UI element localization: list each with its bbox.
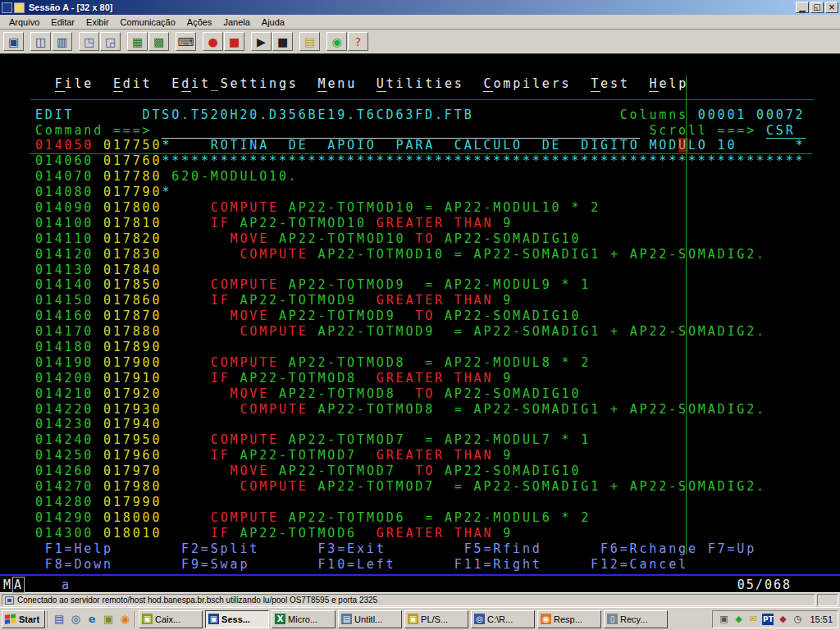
task-button-c-r[interactable]: ◎C:\R...: [471, 610, 535, 628]
menu-item-janela[interactable]: Janela: [217, 16, 255, 29]
toolbar-button-keypad-icon[interactable]: ⌨: [176, 32, 196, 51]
pls-app-icon: ▣: [408, 614, 418, 624]
task-button-resp[interactable]: ◉Resp...: [537, 610, 601, 628]
quick-launch-hod-icon[interactable]: ▣: [101, 612, 116, 627]
status-bar: Conectado ao servidor remoto/host hod.ba…: [0, 592, 840, 607]
task-button-recy[interactable]: ▯Recy...: [604, 610, 668, 628]
agent-icon[interactable]: ◆: [733, 614, 744, 625]
toolbar-button-color-setup-icon[interactable]: ▦: [127, 32, 148, 51]
terminal-row: [25, 61, 840, 76]
terminal-row: 014230 017940: [25, 417, 840, 432]
record-stop-icon: ■: [229, 36, 240, 48]
terminal-rows: File Edit Edit_Settings Menu Utilities C…: [0, 54, 840, 574]
task-button-sess[interactable]: ▣Sess...: [205, 610, 269, 628]
terminal-row: 014280 017990: [25, 495, 840, 510]
terminal-row: F8=Down F9=Swap F10=Left F11=Right F12=C…: [25, 557, 840, 573]
terminal-row: 014080 017790*: [25, 185, 840, 200]
toolbar-button-receive-screen-icon[interactable]: ◲: [100, 32, 121, 51]
menu-item-ajuda[interactable]: Ajuda: [256, 16, 290, 29]
quick-launch: ▤◎e▣◉: [52, 612, 132, 627]
task-label: Resp...: [554, 614, 582, 624]
send-screen-icon: ◳: [84, 36, 94, 48]
menu-item-comunica-o[interactable]: Comunicação: [115, 16, 181, 29]
window-title: Sessão A - [32 x 80]: [29, 2, 794, 12]
toolbar-button-record-start-icon[interactable]: ●: [203, 32, 223, 51]
mail-icon[interactable]: ✉: [747, 614, 759, 625]
quick-launch-search-icon[interactable]: ◎: [68, 612, 83, 627]
task-label: Sess...: [221, 614, 250, 624]
crosshair-vertical-rule: [686, 76, 687, 555]
task-label: PL/S...: [421, 614, 448, 624]
blank-screen-icon: ▣: [8, 36, 19, 48]
task-label: Caix...: [155, 614, 180, 624]
record-start-icon: ●: [208, 36, 217, 48]
menu-item-editar[interactable]: Editar: [45, 16, 80, 29]
task-button-untitl[interactable]: ▤Untitl...: [338, 610, 402, 628]
antivirus-shield-icon[interactable]: ◆: [777, 614, 788, 625]
network-icon[interactable]: ▣: [718, 614, 729, 625]
status-bar-grip: [817, 594, 838, 606]
restore-button[interactable]: ◱: [810, 2, 824, 13]
lang-indicator[interactable]: PT: [762, 614, 774, 625]
toolbar-button-record-stop-icon[interactable]: ■: [224, 32, 244, 51]
toolbar-button-clipboard-icon[interactable]: ▤: [299, 32, 320, 51]
task-label: Recy...: [620, 614, 647, 624]
toolbar-button-help-icon[interactable]: ?: [348, 32, 368, 51]
close-button[interactable]: ×: [825, 2, 838, 13]
caixa-app-icon: ▣: [142, 614, 153, 624]
session-doc-icon: [14, 2, 25, 13]
task-button-pl-s[interactable]: ▣PL/S...: [404, 610, 468, 628]
task-label: Untitl...: [354, 614, 382, 624]
notepad-icon: ▤: [341, 614, 352, 624]
menu-item-exibir[interactable]: Exibir: [80, 16, 115, 29]
toolbar-button-play-macro-icon[interactable]: ▶: [251, 32, 272, 51]
minimize-button[interactable]: ▁: [796, 2, 809, 13]
terminal-row: 014300 018010 IF AP22-TOTMOD6 GREATER TH…: [25, 526, 840, 541]
terminal-row: Command ===> Scroll ===> CSR: [25, 123, 840, 139]
toolbar-button-send-screen-icon[interactable]: ◳: [79, 32, 99, 51]
terminal-screen[interactable]: File Edit Edit_Settings Menu Utilities C…: [0, 54, 840, 592]
stop-macro-icon: ■: [277, 36, 288, 48]
toolbar-button-paste-icon[interactable]: ▥: [52, 32, 72, 51]
terminal-row: File Edit Edit_Settings Menu Utilities C…: [25, 76, 840, 92]
connection-icon: [5, 596, 14, 605]
task-label: Micro...: [288, 614, 317, 624]
terminal-row: EDIT DTSO.T520H20.D356BE19.T6CD63FD.FTB …: [25, 107, 840, 123]
terminal-row: 014200 017910 IF AP22-TOTMOD8 GREATER TH…: [25, 371, 840, 386]
receive-screen-icon: ◲: [105, 36, 116, 48]
quick-launch-firefox-icon[interactable]: ◉: [117, 612, 132, 627]
firefox-icon: ◉: [541, 614, 551, 624]
quick-launch-show-desktop-icon[interactable]: ▤: [52, 612, 66, 627]
terminal-row: 014050 017750* ROTINA DE APOIO PARA CALC…: [25, 138, 840, 153]
terminal-row: 014270 017980 COMPUTE AP22-TOTMOD7 = AP2…: [25, 479, 840, 495]
toolbar: ▣◫▥◳◲▦▩⌨●■▶■▤◉?: [0, 30, 840, 54]
task-button-micro[interactable]: XMicro...: [272, 610, 336, 628]
menu-item-a-es[interactable]: Ações: [181, 16, 218, 29]
terminal-row: 014250 017960 IF AP22-TOTMOD7 GREATER TH…: [25, 448, 840, 463]
toolbar-button-globe-icon[interactable]: ◉: [326, 32, 347, 51]
terminal-row: 014240 017950 COMPUTE AP22-TOTMOD7 = AP2…: [25, 432, 840, 448]
task-button-caix[interactable]: ▣Caix...: [139, 610, 203, 628]
terminal-row: 014100 017810 IF AP22-TOTMOD10 GREATER T…: [25, 216, 840, 231]
toolbar-button-copy-icon[interactable]: ◫: [30, 32, 51, 51]
page: { "window": { "title": "Sessão A - [32 x…: [0, 0, 840, 630]
toolbar-button-font-setup-icon[interactable]: ▩: [148, 32, 169, 51]
title-bar: Sessão A - [32 x 80] ▁ ◱ ×: [0, 0, 840, 15]
connection-status-panel: Conectado ao servidor remoto/host hod.ba…: [2, 594, 815, 606]
start-button[interactable]: Start: [2, 610, 45, 628]
menu-bar: ArquivoEditarExibirComunicaçãoAçõesJanel…: [0, 15, 840, 30]
terminal-row: 014210 017920 MOVE AP22-TOTMOD8 TO AP22-…: [25, 386, 840, 402]
oia-keyboard-flag: a: [62, 578, 71, 592]
taskbar: Start ▤◎e▣◉ ▣Caix...▣Sess...XMicro...▤Un…: [0, 607, 840, 630]
copy-icon: ◫: [35, 36, 46, 48]
windows-flag-icon: [5, 614, 16, 624]
menu-item-arquivo[interactable]: Arquivo: [3, 16, 45, 29]
toolbar-button-stop-macro-icon[interactable]: ■: [272, 32, 293, 51]
terminal-row: 014140 017850 COMPUTE AP22-TOTMOD9 = AP2…: [25, 277, 840, 293]
toolbar-button-blank-screen-icon[interactable]: ▣: [3, 32, 24, 51]
terminal-row: 014220 017930 COMPUTE AP22-TOTMOD8 = AP2…: [25, 402, 840, 418]
scheduler-clock-icon[interactable]: ◷: [792, 614, 803, 625]
recycle-bin-icon: ▯: [607, 614, 618, 624]
quick-launch-ie-icon[interactable]: e: [84, 612, 99, 627]
task-label: C:\R...: [487, 614, 513, 624]
